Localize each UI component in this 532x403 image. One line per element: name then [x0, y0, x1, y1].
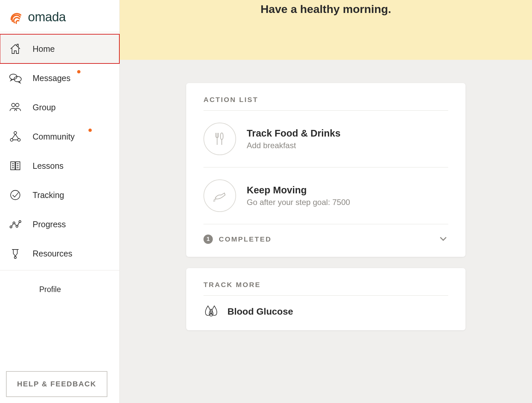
lessons-icon [8, 159, 23, 172]
greeting-banner: Have a healthy morning. [120, 0, 532, 60]
home-icon [8, 42, 23, 55]
svg-point-3 [16, 103, 19, 107]
group-icon [8, 101, 23, 114]
brand-name: omada [28, 10, 66, 24]
greeting-text: Have a healthy morning. [261, 3, 391, 16]
help-feedback-button[interactable]: HELP & FEEDBACK [6, 371, 107, 397]
svg-point-12 [14, 256, 16, 258]
completed-toggle[interactable]: 1 COMPLETED [203, 224, 448, 249]
sidebar-item-label: Home [33, 44, 111, 54]
track-more-card: TRACK MORE Blood Glucose [186, 268, 466, 330]
progress-icon [8, 218, 23, 231]
sidebar-item-resources[interactable]: Resources [0, 239, 119, 268]
action-item-keep-moving[interactable]: Keep Moving Go after your step goal: 750… [203, 167, 448, 224]
sidebar-item-label: Community [33, 132, 111, 142]
chevron-down-icon [438, 234, 448, 245]
track-item-label: Blood Glucose [227, 306, 293, 317]
sidebar-item-community[interactable]: Community [0, 122, 119, 151]
resources-icon [8, 247, 23, 260]
steps-icon [203, 179, 236, 212]
sidebar-item-label: Lessons [33, 161, 111, 171]
blood-glucose-icon [203, 304, 219, 319]
svg-point-4 [14, 132, 17, 134]
sidebar-item-profile[interactable]: Profile [0, 280, 119, 299]
svg-point-2 [12, 103, 15, 107]
sidebar-item-progress[interactable]: Progress [0, 210, 119, 239]
sidebar: omada Home Messages Group [0, 0, 120, 403]
svg-point-6 [18, 139, 20, 141]
sidebar-item-label: Resources [33, 249, 111, 258]
secondary-nav: Profile Settings [0, 270, 119, 303]
community-icon [8, 130, 23, 143]
action-item-subtitle: Add breakfast [247, 141, 340, 150]
sidebar-item-group[interactable]: Group [0, 93, 119, 122]
sidebar-item-messages[interactable]: Messages [0, 63, 119, 93]
action-item-title: Track Food & Drinks [247, 128, 340, 139]
sidebar-item-label: Progress [33, 220, 111, 229]
primary-nav: Home Messages Group Community [0, 32, 119, 268]
action-list-title: ACTION LIST [203, 96, 448, 111]
completed-label: COMPLETED [219, 235, 432, 243]
sidebar-item-settings[interactable]: Settings [0, 299, 119, 303]
completed-count-badge: 1 [203, 235, 213, 244]
messages-icon [8, 71, 23, 85]
content-area: ACTION LIST Track Food & Drinks Add brea… [120, 60, 532, 344]
action-item-title: Keep Moving [247, 185, 350, 196]
sidebar-item-tracking[interactable]: Tracking [0, 180, 119, 210]
notification-dot-icon [77, 70, 80, 73]
sidebar-item-label: Group [33, 103, 111, 112]
track-item-blood-glucose[interactable]: Blood Glucose [203, 296, 448, 322]
notification-dot-icon [88, 129, 92, 132]
sidebar-item-label: Messages [33, 73, 111, 83]
sidebar-item-label: Tracking [33, 190, 111, 200]
brand-logo[interactable]: omada [0, 0, 119, 32]
track-more-title: TRACK MORE [203, 281, 448, 296]
sidebar-item-home[interactable]: Home [0, 34, 119, 63]
action-item-subtitle: Go after your step goal: 7500 [247, 198, 350, 207]
action-item-track-food[interactable]: Track Food & Drinks Add breakfast [203, 111, 448, 167]
sidebar-item-lessons[interactable]: Lessons [0, 151, 119, 180]
svg-point-5 [10, 139, 13, 141]
tracking-icon [8, 188, 23, 202]
food-icon [203, 123, 236, 155]
action-list-card: ACTION LIST Track Food & Drinks Add brea… [186, 83, 466, 257]
svg-point-7 [11, 190, 20, 200]
main-area: Have a healthy morning. ACTION LIST Trac… [120, 0, 532, 403]
fingerprint-icon [8, 9, 23, 25]
